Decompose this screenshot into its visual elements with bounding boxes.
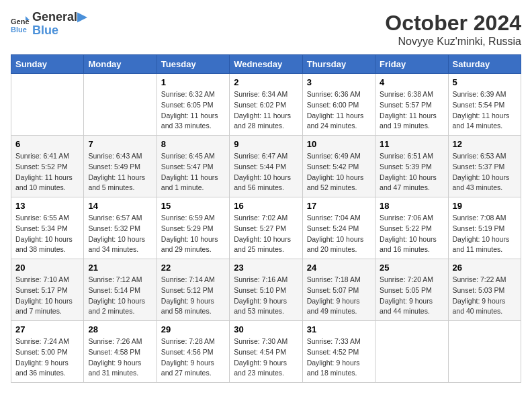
location: Novyye Kuz'minki, Russia [385, 36, 521, 48]
calendar-week-row: 13Sunrise: 6:55 AMSunset: 5:34 PMDayligh… [11, 197, 521, 259]
day-info: Sunrise: 7:16 AMSunset: 5:10 PMDaylight:… [234, 275, 298, 317]
calendar-cell: 16Sunrise: 7:02 AMSunset: 5:27 PMDayligh… [230, 197, 302, 259]
day-info: Sunrise: 7:06 AMSunset: 5:22 PMDaylight:… [380, 213, 443, 255]
day-info: Sunrise: 7:04 AMSunset: 5:24 PMDaylight:… [307, 213, 371, 255]
weekday-header: Monday [84, 55, 157, 74]
calendar-cell: 20Sunrise: 7:10 AMSunset: 5:17 PMDayligh… [11, 259, 84, 321]
calendar-week-row: 20Sunrise: 7:10 AMSunset: 5:17 PMDayligh… [11, 259, 521, 321]
day-info: Sunrise: 7:26 AMSunset: 4:58 PMDaylight:… [88, 336, 152, 379]
calendar-cell: 22Sunrise: 7:14 AMSunset: 5:12 PMDayligh… [157, 259, 229, 321]
day-info: Sunrise: 6:43 AMSunset: 5:49 PMDaylight:… [88, 151, 152, 193]
calendar-cell: 19Sunrise: 7:08 AMSunset: 5:19 PMDayligh… [448, 197, 521, 259]
day-info: Sunrise: 7:20 AMSunset: 5:05 PMDaylight:… [380, 275, 443, 317]
day-number: 27 [15, 324, 79, 334]
day-info: Sunrise: 6:53 AMSunset: 5:37 PMDaylight:… [453, 151, 517, 193]
day-number: 20 [15, 263, 79, 273]
calendar-cell: 5Sunrise: 6:39 AMSunset: 5:54 PMDaylight… [448, 74, 521, 136]
day-info: Sunrise: 7:02 AMSunset: 5:27 PMDaylight:… [234, 213, 298, 255]
day-info: Sunrise: 7:18 AMSunset: 5:07 PMDaylight:… [307, 275, 371, 317]
day-info: Sunrise: 7:08 AMSunset: 5:19 PMDaylight:… [453, 213, 517, 255]
day-number: 25 [380, 263, 443, 273]
day-info: Sunrise: 7:28 AMSunset: 4:56 PMDaylight:… [161, 336, 225, 379]
day-info: Sunrise: 6:45 AMSunset: 5:47 PMDaylight:… [161, 151, 225, 193]
calendar-cell [375, 321, 448, 383]
title-block: October 2024 Novyye Kuz'minki, Russia [385, 11, 521, 48]
weekday-header: Wednesday [230, 55, 302, 74]
svg-text:Blue: Blue [11, 26, 27, 34]
calendar-cell: 29Sunrise: 7:28 AMSunset: 4:56 PMDayligh… [157, 321, 229, 383]
calendar-cell: 17Sunrise: 7:04 AMSunset: 5:24 PMDayligh… [302, 197, 375, 259]
calendar-cell: 7Sunrise: 6:43 AMSunset: 5:49 PMDaylight… [84, 136, 157, 197]
day-number: 15 [161, 201, 225, 211]
day-number: 5 [453, 77, 517, 87]
day-number: 9 [234, 139, 298, 149]
day-number: 23 [234, 263, 298, 273]
day-number: 30 [234, 324, 298, 334]
day-info: Sunrise: 7:14 AMSunset: 5:12 PMDaylight:… [161, 275, 225, 317]
day-number: 4 [380, 77, 443, 87]
calendar-cell: 6Sunrise: 6:41 AMSunset: 5:52 PMDaylight… [11, 136, 84, 197]
day-info: Sunrise: 7:30 AMSunset: 4:54 PMDaylight:… [234, 336, 298, 379]
calendar-cell: 10Sunrise: 6:49 AMSunset: 5:42 PMDayligh… [302, 136, 375, 197]
weekday-header: Sunday [11, 55, 84, 74]
day-number: 24 [307, 263, 371, 273]
day-info: Sunrise: 6:41 AMSunset: 5:52 PMDaylight:… [15, 151, 79, 193]
day-number: 7 [88, 139, 152, 149]
calendar-cell: 31Sunrise: 7:33 AMSunset: 4:52 PMDayligh… [302, 321, 375, 383]
day-info: Sunrise: 6:47 AMSunset: 5:44 PMDaylight:… [234, 151, 298, 193]
day-info: Sunrise: 6:57 AMSunset: 5:32 PMDaylight:… [88, 213, 152, 255]
calendar-week-row: 1Sunrise: 6:32 AMSunset: 6:05 PMDaylight… [11, 74, 521, 136]
day-number: 18 [380, 201, 443, 211]
day-info: Sunrise: 6:59 AMSunset: 5:29 PMDaylight:… [161, 213, 225, 255]
calendar-cell: 1Sunrise: 6:32 AMSunset: 6:05 PMDaylight… [157, 74, 229, 136]
calendar-cell: 9Sunrise: 6:47 AMSunset: 5:44 PMDaylight… [230, 136, 302, 197]
calendar-cell: 24Sunrise: 7:18 AMSunset: 5:07 PMDayligh… [302, 259, 375, 321]
calendar-cell: 28Sunrise: 7:26 AMSunset: 4:58 PMDayligh… [84, 321, 157, 383]
day-info: Sunrise: 6:36 AMSunset: 6:00 PMDaylight:… [307, 89, 371, 132]
calendar-cell: 4Sunrise: 6:38 AMSunset: 5:57 PMDaylight… [375, 74, 448, 136]
day-number: 21 [88, 263, 152, 273]
calendar-cell: 12Sunrise: 6:53 AMSunset: 5:37 PMDayligh… [448, 136, 521, 197]
day-number: 13 [15, 201, 79, 211]
calendar-cell: 2Sunrise: 6:34 AMSunset: 6:02 PMDaylight… [230, 74, 302, 136]
day-info: Sunrise: 6:51 AMSunset: 5:39 PMDaylight:… [380, 151, 443, 193]
day-number: 26 [453, 263, 517, 273]
day-number: 2 [234, 77, 298, 87]
calendar-cell: 13Sunrise: 6:55 AMSunset: 5:34 PMDayligh… [11, 197, 84, 259]
day-info: Sunrise: 7:33 AMSunset: 4:52 PMDaylight:… [307, 336, 371, 379]
calendar-header: SundayMondayTuesdayWednesdayThursdayFrid… [11, 55, 521, 74]
logo: General Blue General▶ Blue [11, 11, 87, 38]
day-info: Sunrise: 6:34 AMSunset: 6:02 PMDaylight:… [234, 89, 298, 132]
day-info: Sunrise: 6:39 AMSunset: 5:54 PMDaylight:… [453, 89, 517, 132]
day-number: 31 [307, 324, 371, 334]
day-number: 8 [161, 139, 225, 149]
day-info: Sunrise: 6:49 AMSunset: 5:42 PMDaylight:… [307, 151, 371, 193]
day-number: 10 [307, 139, 371, 149]
weekday-header: Tuesday [157, 55, 229, 74]
day-info: Sunrise: 7:12 AMSunset: 5:14 PMDaylight:… [88, 275, 152, 317]
day-info: Sunrise: 7:22 AMSunset: 5:03 PMDaylight:… [453, 275, 517, 317]
calendar-body: 1Sunrise: 6:32 AMSunset: 6:05 PMDaylight… [11, 74, 521, 383]
calendar-week-row: 27Sunrise: 7:24 AMSunset: 5:00 PMDayligh… [11, 321, 521, 383]
calendar-cell: 23Sunrise: 7:16 AMSunset: 5:10 PMDayligh… [230, 259, 302, 321]
calendar-cell: 30Sunrise: 7:30 AMSunset: 4:54 PMDayligh… [230, 321, 302, 383]
weekday-header: Saturday [448, 55, 521, 74]
day-number: 17 [307, 201, 371, 211]
page-header: General Blue General▶ Blue October 2024 … [11, 11, 521, 48]
day-number: 22 [161, 263, 225, 273]
calendar-cell: 25Sunrise: 7:20 AMSunset: 5:05 PMDayligh… [375, 259, 448, 321]
logo-subtext: Blue [32, 24, 87, 38]
month-title: October 2024 [385, 11, 521, 36]
day-info: Sunrise: 6:38 AMSunset: 5:57 PMDaylight:… [380, 89, 443, 132]
calendar-table: SundayMondayTuesdayWednesdayThursdayFrid… [11, 54, 521, 383]
calendar-cell: 18Sunrise: 7:06 AMSunset: 5:22 PMDayligh… [375, 197, 448, 259]
calendar-week-row: 6Sunrise: 6:41 AMSunset: 5:52 PMDaylight… [11, 136, 521, 197]
logo-icon: General Blue [11, 15, 30, 34]
weekday-header: Thursday [302, 55, 375, 74]
day-number: 12 [453, 139, 517, 149]
calendar-cell: 21Sunrise: 7:12 AMSunset: 5:14 PMDayligh… [84, 259, 157, 321]
weekday-header: Friday [375, 55, 448, 74]
day-number: 28 [88, 324, 152, 334]
calendar-cell: 3Sunrise: 6:36 AMSunset: 6:00 PMDaylight… [302, 74, 375, 136]
day-info: Sunrise: 7:24 AMSunset: 5:00 PMDaylight:… [15, 336, 79, 379]
